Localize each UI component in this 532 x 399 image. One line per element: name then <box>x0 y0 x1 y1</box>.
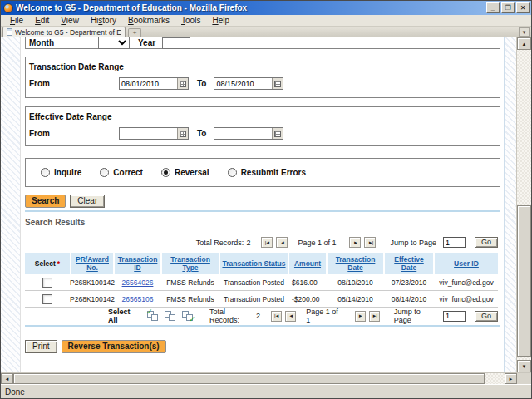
column-transaction-date[interactable]: Transaction Date <box>328 253 383 274</box>
scroll-down-icon[interactable]: ▼ <box>517 360 531 372</box>
firefox-window: Welcome to G5 - Department of Education … <box>0 0 532 399</box>
previous-page-icon[interactable]: ◄ <box>276 237 288 248</box>
first-page-icon[interactable]: |◄ <box>271 311 282 322</box>
horizontal-scroll-thumb[interactable] <box>13 373 485 384</box>
last-page-icon[interactable]: ►| <box>369 311 380 322</box>
column-user-id[interactable]: User ID <box>435 253 498 274</box>
invert-selection-icon[interactable]: ✓ <box>181 310 195 323</box>
user-id-cell: viv_func@ed.gov <box>435 278 498 287</box>
menu-edit[interactable]: Edit <box>29 16 55 25</box>
scroll-left-icon[interactable]: ◄ <box>1 373 13 384</box>
calendar-icon[interactable] <box>272 128 283 139</box>
menu-view[interactable]: View <box>55 16 85 25</box>
resubmit-errors-label: Resubmit Errors <box>241 168 306 177</box>
transaction-from-date-input[interactable] <box>120 79 177 89</box>
transaction-date-cell: 08/14/2010 <box>328 295 383 303</box>
vertical-scrollbar[interactable]: ▲ ▼ <box>516 37 531 372</box>
vertical-scroll-track[interactable] <box>517 50 531 360</box>
month-select[interactable] <box>98 37 130 49</box>
jump-to-page-input[interactable] <box>443 237 466 248</box>
clear-selection-icon[interactable] <box>164 310 177 323</box>
new-tab-button[interactable]: + <box>128 28 141 37</box>
transaction-date-range-legend: Transaction Date Range <box>29 62 500 71</box>
jump-to-page-input[interactable] <box>443 311 466 322</box>
status-bar: Done <box>1 384 531 398</box>
correct-radio[interactable] <box>100 168 109 177</box>
table-row: P268K100142 26565106 FMSS Refunds Transa… <box>25 291 498 308</box>
row-select-checkbox[interactable] <box>42 278 52 288</box>
window-title: Welcome to G5 - Department of Education … <box>16 3 484 12</box>
calendar-icon[interactable] <box>177 128 188 139</box>
menu-help[interactable]: Help <box>206 16 235 25</box>
column-pr-award-no[interactable]: PR/Award No. <box>71 253 113 274</box>
title-bar: Welcome to G5 - Department of Education … <box>1 1 531 15</box>
column-effective-date[interactable]: Effective Date <box>385 253 433 274</box>
inquire-radio[interactable] <box>41 168 50 177</box>
reversal-label: Reversal <box>175 168 209 177</box>
go-button[interactable]: Go <box>475 311 498 322</box>
reverse-transactions-button[interactable]: Reverse Transaction(s) <box>62 340 166 353</box>
menu-tools[interactable]: Tools <box>175 16 206 25</box>
clear-button[interactable]: Clear <box>70 195 105 208</box>
column-amount[interactable]: Amount <box>289 253 326 274</box>
effective-date-cell: 07/23/2010 <box>385 278 433 287</box>
year-input[interactable] <box>162 37 190 49</box>
jump-to-page-label: Jump to Page <box>394 308 436 324</box>
vertical-scroll-thumb[interactable] <box>517 205 531 357</box>
scrollbar-corner <box>517 373 531 384</box>
menu-bookmarks[interactable]: Bookmarks <box>122 16 175 25</box>
horizontal-scroll-track[interactable] <box>13 373 505 384</box>
resubmit-errors-radio[interactable] <box>228 168 237 177</box>
go-button[interactable]: Go <box>475 237 498 248</box>
scroll-right-icon[interactable]: ► <box>505 373 517 384</box>
minimize-button[interactable]: _ <box>486 2 500 13</box>
select-all-icon[interactable]: ✓ <box>146 310 160 323</box>
print-button[interactable]: Print <box>25 340 57 353</box>
maximize-button[interactable]: ❐ <box>501 2 515 13</box>
page-body: Month Year Transaction Date Range From <box>1 37 516 372</box>
inquire-label: Inquire <box>54 168 81 177</box>
transaction-to-date-input[interactable] <box>214 79 272 89</box>
column-transaction-id[interactable]: Transaction ID <box>115 253 160 274</box>
calendar-icon[interactable] <box>177 78 188 89</box>
total-records-value: 2 <box>256 312 260 320</box>
pr-award-cell: P268K100142 <box>71 278 113 287</box>
tab-bar: Welcome to G5 - Department of Edu... + ▾ <box>1 27 531 37</box>
tab-welcome-g5[interactable]: Welcome to G5 - Department of Edu... <box>2 27 126 37</box>
next-page-icon[interactable]: ► <box>349 237 361 248</box>
search-results-heading: Search Results <box>25 218 504 227</box>
transaction-id-link[interactable]: 26565106 <box>122 295 154 303</box>
effective-from-date-field <box>119 127 189 140</box>
calendar-icon[interactable] <box>272 78 283 89</box>
column-transaction-status[interactable]: Transaction Status <box>220 253 288 274</box>
row-select-checkbox[interactable] <box>42 294 52 304</box>
firefox-icon <box>3 3 13 13</box>
scroll-up-icon[interactable]: ▲ <box>517 37 531 50</box>
from-label: From <box>29 129 119 138</box>
search-button[interactable]: Search <box>25 195 66 208</box>
correct-label: Correct <box>113 168 143 177</box>
total-records-label: Total Records: <box>209 308 254 324</box>
transaction-type-cell: FMSS Refunds <box>162 295 219 303</box>
reversal-radio[interactable] <box>161 168 170 177</box>
menu-history[interactable]: History <box>85 16 122 25</box>
close-button[interactable]: ✕ <box>516 2 530 13</box>
horizontal-scrollbar[interactable]: ◄ ► <box>1 372 531 384</box>
page-status: Page 1 of 1 <box>298 239 336 247</box>
previous-page-icon[interactable]: ◄ <box>285 311 296 322</box>
transaction-id-link[interactable]: 26564026 <box>122 278 154 287</box>
last-page-icon[interactable]: ►| <box>364 237 376 248</box>
page-status: Page 1 of 1 <box>306 308 341 324</box>
column-transaction-type[interactable]: Transaction Type <box>162 253 219 274</box>
menu-file[interactable]: File <box>4 16 29 25</box>
effective-to-date-input[interactable] <box>214 129 272 139</box>
next-page-icon[interactable]: ► <box>355 311 366 322</box>
tab-title: Welcome to G5 - Department of Edu... <box>15 28 121 37</box>
amount-cell: $616.00 <box>289 278 326 287</box>
first-page-icon[interactable]: |◄ <box>261 237 273 248</box>
list-all-tabs-icon[interactable]: ▾ <box>519 27 530 37</box>
to-label: To <box>197 129 206 138</box>
section-divider <box>25 325 500 327</box>
effective-from-date-input[interactable] <box>120 129 177 139</box>
status-text: Done <box>5 387 25 397</box>
